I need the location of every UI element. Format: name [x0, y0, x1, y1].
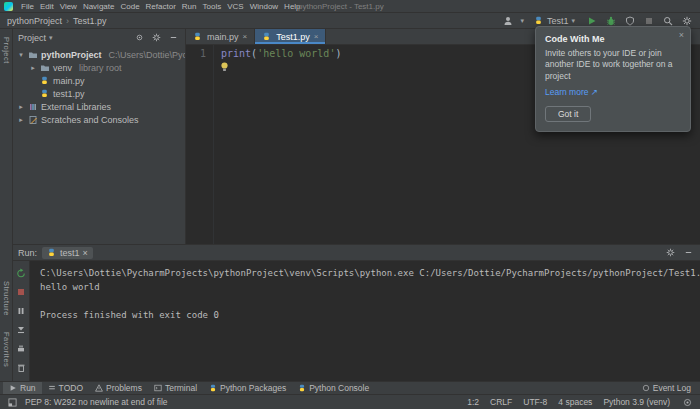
event-log-button[interactable]: Event Log	[636, 382, 697, 394]
run-settings-gear-icon[interactable]	[664, 246, 677, 259]
toolwindow-run-button[interactable]: Run	[3, 382, 42, 394]
run-console-output[interactable]: C:\Users\Dottie\PycharmProjects\pythonPr…	[30, 261, 700, 381]
close-icon[interactable]: ×	[314, 32, 319, 41]
tree-item-label: Scratches and Consoles	[41, 115, 139, 125]
chevron-right-icon: ›	[66, 16, 69, 26]
code-line-1: print('hello world')	[221, 48, 341, 59]
rerun-icon[interactable]	[15, 266, 28, 279]
code-token-function: print	[221, 48, 251, 59]
code-with-me-popup: × Code With Me Invite others to your IDE…	[535, 26, 691, 132]
menu-tools[interactable]: Tools	[200, 2, 225, 11]
library-icon	[28, 102, 38, 112]
tree-collapsed-icon[interactable]: ▸	[29, 64, 37, 72]
breadcrumb-file[interactable]: Test1.py	[73, 16, 107, 26]
toolwindow-label: Python Console	[309, 383, 369, 393]
tree-item-hint: library root	[79, 63, 122, 73]
pause-output-icon[interactable]	[15, 304, 28, 317]
event-log-label: Event Log	[653, 383, 691, 393]
tree-row-test1-py[interactable]: test1.py	[13, 87, 185, 100]
tree-collapsed-icon[interactable]: ▸	[17, 103, 25, 111]
toolwindow-label: Run	[20, 383, 36, 393]
close-icon[interactable]: ×	[243, 32, 248, 41]
python-file-icon	[40, 76, 50, 85]
toolwindow-label: Python Packages	[220, 383, 286, 393]
menu-navigate[interactable]: Navigate	[80, 2, 118, 11]
run-tab-test1[interactable]: test1 ×	[42, 247, 93, 259]
hide-panel-icon[interactable]	[167, 31, 180, 44]
encoding-widget[interactable]: UTF-8	[523, 397, 547, 407]
toolwindow-switcher-icon[interactable]	[6, 396, 19, 409]
locate-file-icon[interactable]	[133, 31, 146, 44]
python-file-icon	[262, 32, 272, 41]
got-it-button[interactable]: Got it	[545, 106, 591, 122]
folder-icon	[40, 63, 50, 73]
hide-panel-icon[interactable]	[682, 246, 695, 259]
code-with-me-user-icon[interactable]	[501, 14, 514, 27]
indent-widget[interactable]: 4 spaces	[558, 397, 592, 407]
pycharm-window: File Edit View Navigate Code Refactor Ru…	[0, 0, 700, 409]
toolwindow-python-packages-button[interactable]: Python Packages	[203, 382, 292, 394]
popup-body-text: Invite others to your IDE or join anothe…	[545, 48, 681, 82]
tree-root-label: pythonProject	[41, 50, 102, 60]
tree-row-root[interactable]: ▾ pythonProject C:\Users\Dottie\PycharmP…	[13, 48, 185, 61]
menu-refactor[interactable]: Refactor	[143, 2, 179, 11]
run-tab-label: test1	[60, 248, 80, 258]
python-icon	[534, 16, 544, 25]
scratches-icon	[28, 115, 38, 125]
tree-row-venv[interactable]: ▸ venv library root	[13, 61, 185, 74]
chevron-down-icon: ▾	[520, 17, 524, 25]
run-panel-header: Run: test1 ×	[13, 245, 700, 261]
stripe-favorites-button[interactable]: Favorites	[2, 332, 11, 367]
toolwindow-todo-button[interactable]: TODO	[42, 382, 89, 394]
scroll-to-end-icon[interactable]	[15, 323, 28, 336]
left-toolwindow-stripe: Project Structure Favorites	[0, 29, 13, 381]
menu-vcs[interactable]: VCS	[224, 2, 246, 11]
toolwindow-problems-button[interactable]: Problems	[89, 382, 148, 394]
menu-view[interactable]: View	[57, 2, 80, 11]
popup-title: Code With Me	[545, 34, 681, 44]
breadcrumb-project[interactable]: pythonProject	[7, 16, 62, 26]
python-file-icon	[40, 89, 50, 98]
editor-tab-test1-py[interactable]: Test1.py ×	[255, 29, 326, 44]
intention-bulb-icon[interactable]	[219, 61, 231, 73]
panel-settings-gear-icon[interactable]	[150, 31, 163, 44]
menu-file[interactable]: File	[18, 2, 37, 11]
run-panel-body: C:\Users\Dottie\PycharmProjects\pythonPr…	[13, 261, 700, 381]
toolwindow-terminal-button[interactable]: Terminal	[148, 382, 203, 394]
learn-more-link[interactable]: Learn more ↗	[545, 87, 598, 97]
editor-gutter: 1	[186, 45, 214, 244]
tree-expanded-icon[interactable]: ▾	[17, 51, 25, 59]
interpreter-widget[interactable]: Python 3.9 (venv)	[603, 397, 670, 407]
console-line: C:\Users\Dottie\PycharmProjects\pythonPr…	[40, 266, 700, 280]
project-panel-header: Project ▾	[13, 29, 185, 46]
clear-all-icon[interactable]	[15, 361, 28, 374]
stop-icon[interactable]	[15, 285, 28, 298]
print-icon[interactable]	[15, 342, 28, 355]
tree-collapsed-icon[interactable]: ▸	[17, 116, 25, 124]
status-message: PEP 8: W292 no newline at end of file	[25, 397, 168, 407]
tree-row-scratches[interactable]: ▸ Scratches and Consoles	[13, 113, 185, 126]
close-icon[interactable]: ×	[679, 30, 684, 40]
tree-item-label: venv	[53, 63, 72, 73]
stripe-project-button[interactable]: Project	[2, 37, 11, 64]
close-icon[interactable]: ×	[83, 248, 88, 258]
tree-row-main-py[interactable]: main.py	[13, 74, 185, 87]
stripe-structure-button[interactable]: Structure	[2, 281, 11, 316]
learn-more-label: Learn more	[545, 87, 588, 97]
console-line	[40, 294, 700, 308]
menu-edit[interactable]: Edit	[37, 2, 57, 11]
folder-icon	[28, 50, 38, 60]
project-panel-title[interactable]: Project	[18, 33, 46, 43]
menu-window[interactable]: Window	[247, 2, 281, 11]
line-separator-widget[interactable]: CRLF	[490, 397, 512, 407]
window-title: pythonProject - Test1.py	[298, 2, 384, 11]
menu-code[interactable]: Code	[117, 2, 142, 11]
tree-row-external-libraries[interactable]: ▸ External Libraries	[13, 100, 185, 113]
menu-run[interactable]: Run	[179, 2, 200, 11]
inspections-highlight-icon[interactable]	[681, 396, 694, 409]
run-panel-title: Run:	[18, 248, 37, 258]
caret-position-widget[interactable]: 1:2	[467, 397, 479, 407]
toolwindow-python-console-button[interactable]: Python Console	[292, 382, 375, 394]
tree-item-label: main.py	[53, 76, 85, 86]
editor-tab-main-py[interactable]: main.py ×	[186, 29, 255, 44]
